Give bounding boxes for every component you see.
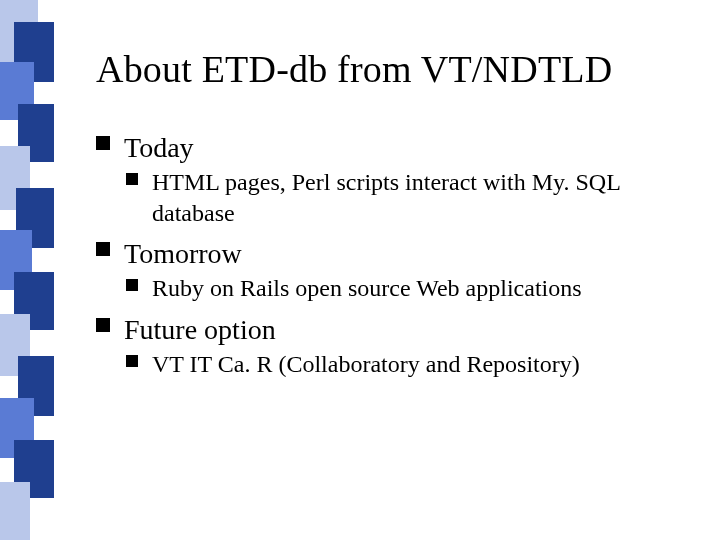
- svg-rect-4: [0, 146, 30, 210]
- list-item-label: Today: [124, 132, 194, 163]
- slide-body: Today HTML pages, Perl scripts interact …: [96, 130, 696, 388]
- list-item: Future option VT IT Ca. R (Collaboratory…: [96, 312, 696, 380]
- svg-rect-1: [14, 22, 54, 82]
- list-item-label: Future option: [124, 314, 276, 345]
- svg-rect-3: [18, 104, 54, 162]
- list-item: HTML pages, Perl scripts interact with M…: [126, 167, 696, 228]
- svg-rect-8: [0, 314, 30, 376]
- sub-bullet-list: HTML pages, Perl scripts interact with M…: [124, 167, 696, 228]
- decorative-sidebar: [0, 0, 54, 540]
- slide: About ETD-db from VT/NDTLD Today HTML pa…: [0, 0, 720, 540]
- svg-rect-5: [16, 188, 54, 248]
- svg-rect-6: [0, 230, 32, 290]
- svg-rect-11: [14, 440, 54, 498]
- sub-bullet-list: VT IT Ca. R (Collaboratory and Repositor…: [124, 349, 696, 380]
- svg-rect-9: [18, 356, 54, 416]
- svg-rect-10: [0, 398, 34, 458]
- bullet-list: Today HTML pages, Perl scripts interact …: [96, 130, 696, 380]
- svg-rect-2: [0, 62, 34, 120]
- list-item-label: VT IT Ca. R (Collaboratory and Repositor…: [152, 351, 580, 377]
- svg-rect-0: [0, 0, 38, 68]
- sub-bullet-list: Ruby on Rails open source Web applicatio…: [124, 273, 696, 304]
- list-item: VT IT Ca. R (Collaboratory and Repositor…: [126, 349, 696, 380]
- slide-title: About ETD-db from VT/NDTLD: [96, 48, 612, 92]
- list-item-label: Tomorrow: [124, 238, 242, 269]
- svg-rect-7: [14, 272, 54, 330]
- list-item: Tomorrow Ruby on Rails open source Web a…: [96, 236, 696, 304]
- list-item: Ruby on Rails open source Web applicatio…: [126, 273, 696, 304]
- list-item-label: Ruby on Rails open source Web applicatio…: [152, 275, 582, 301]
- list-item-label: HTML pages, Perl scripts interact with M…: [152, 169, 620, 226]
- svg-rect-12: [0, 482, 30, 540]
- list-item: Today HTML pages, Perl scripts interact …: [96, 130, 696, 228]
